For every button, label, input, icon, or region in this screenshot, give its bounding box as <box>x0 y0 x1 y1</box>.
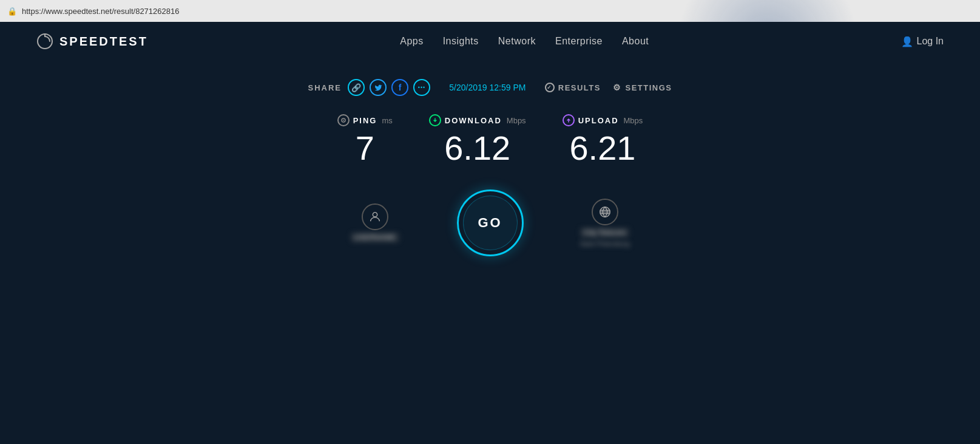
nav-item-network[interactable]: Network <box>498 36 536 47</box>
isp-location-blurred: Saint Petersburg <box>580 240 630 247</box>
logo-text: SPEEDTEST <box>59 35 148 49</box>
results-settings: ✓ RESULTS ⚙ SETTINGS <box>545 83 672 92</box>
share-icons: 🔗 f ••• <box>348 79 430 96</box>
nav-link-insights[interactable]: Insights <box>443 36 479 46</box>
upload-icon <box>563 114 575 126</box>
go-button-inner: GO <box>463 196 518 250</box>
user-info-left: USERNAME <box>351 203 399 242</box>
user-icon: 👤 <box>901 36 913 47</box>
share-label: SHARE <box>308 83 342 92</box>
results-check-icon: ✓ <box>545 83 555 92</box>
share-twitter-button[interactable] <box>370 79 387 96</box>
logo[interactable]: SPEEDTEST <box>36 33 148 50</box>
go-button[interactable]: GO <box>457 190 524 256</box>
logo-icon <box>36 33 53 50</box>
nav-item-apps[interactable]: Apps <box>400 36 423 47</box>
download-label-row: DOWNLOAD Mbps <box>429 114 526 126</box>
isp-name-blurred: City Telecom <box>580 228 629 237</box>
share-link-button[interactable]: 🔗 <box>348 79 365 96</box>
settings-button[interactable]: ⚙ SETTINGS <box>613 83 672 92</box>
share-bar: SHARE 🔗 f ••• 5/20/2019 12:59 PM ✓ RESUL… <box>308 79 672 96</box>
nav-item-enterprise[interactable]: Enterprise <box>555 36 603 47</box>
upload-item: UPLOAD Mbps 6.21 <box>563 114 643 165</box>
speed-results: PING ms 7 DOWNLOAD Mbps 6.12 <box>337 114 643 165</box>
share-more-button[interactable]: ••• <box>413 79 430 96</box>
ping-icon <box>337 114 350 126</box>
main-content: SHARE 🔗 f ••• 5/20/2019 12:59 PM ✓ RESUL… <box>0 61 980 256</box>
ping-value: 7 <box>356 131 374 165</box>
download-label: DOWNLOAD <box>445 116 502 125</box>
upload-value: 6.21 <box>569 131 635 165</box>
results-label: RESULTS <box>558 83 601 92</box>
app-container: SPEEDTEST Apps Insights Network Enterpri… <box>0 22 980 444</box>
go-area: USERNAME GO Cit <box>339 190 642 256</box>
svg-point-3 <box>373 213 377 217</box>
timestamp: 5/20/2019 12:59 PM <box>449 83 525 92</box>
upload-unit: Mbps <box>624 116 643 125</box>
nav-item-about[interactable]: About <box>622 36 649 47</box>
download-value: 6.12 <box>444 131 510 165</box>
go-text: GO <box>478 215 502 231</box>
login-button[interactable]: 👤 Log In <box>901 36 944 47</box>
ping-unit: ms <box>382 116 392 125</box>
login-label: Log In <box>917 36 944 47</box>
nav-links: Apps Insights Network Enterprise About <box>400 36 649 47</box>
settings-label: SETTINGS <box>625 83 672 92</box>
navbar: SPEEDTEST Apps Insights Network Enterpri… <box>0 22 980 61</box>
browser-url: https://www.speedtest.net/result/8271262… <box>22 7 179 16</box>
nav-link-network[interactable]: Network <box>498 36 536 46</box>
upload-label: UPLOAD <box>578 116 619 125</box>
ping-item: PING ms 7 <box>337 114 393 165</box>
share-facebook-button[interactable]: f <box>391 79 408 96</box>
ping-label: PING <box>353 116 377 125</box>
svg-point-2 <box>343 120 344 121</box>
results-button[interactable]: ✓ RESULTS <box>545 83 601 92</box>
upload-label-row: UPLOAD Mbps <box>563 114 643 126</box>
isp-info-right: City Telecom Saint Petersburg <box>580 199 630 247</box>
nav-link-apps[interactable]: Apps <box>400 36 423 46</box>
browser-bar: 🔒 https://www.speedtest.net/result/82712… <box>0 0 980 22</box>
download-icon <box>429 114 441 126</box>
nav-link-enterprise[interactable]: Enterprise <box>555 36 603 46</box>
download-unit: Mbps <box>507 116 526 125</box>
user-avatar[interactable] <box>362 203 388 230</box>
share-section: SHARE 🔗 f ••• <box>308 79 431 96</box>
lock-icon: 🔒 <box>7 7 17 16</box>
globe-icon-btn[interactable] <box>592 199 618 225</box>
download-item: DOWNLOAD Mbps 6.12 <box>429 114 526 165</box>
nav-link-about[interactable]: About <box>622 36 649 46</box>
gear-icon: ⚙ <box>613 83 622 92</box>
nav-item-insights[interactable]: Insights <box>443 36 479 47</box>
user-name-blurred: USERNAME <box>351 233 399 242</box>
ping-label-row: PING ms <box>337 114 393 126</box>
